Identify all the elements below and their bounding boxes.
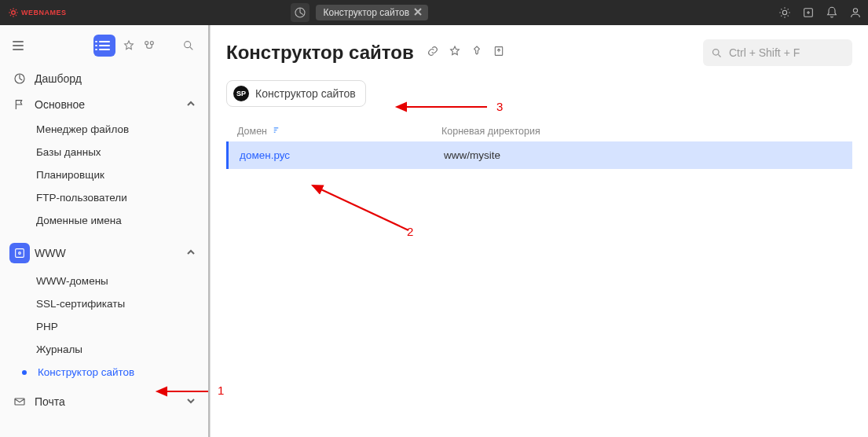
chip-label: Конструктор сайтов [255,87,356,100]
nav-dashboard[interactable]: Дашборд [6,66,202,91]
nav-section-label: WWW [35,247,66,259]
topbar: WEBNAMES Конструктор сайтов [0,0,868,25]
nav-item-ssl[interactable]: SSL-сертификаты [30,292,202,315]
export-icon[interactable] [493,45,505,61]
tab-active[interactable]: Конструктор сайтов [316,5,429,20]
col-domain[interactable]: Домен [237,126,441,137]
search-icon[interactable] [181,39,196,53]
user-icon[interactable] [849,6,862,19]
gear-icon [8,7,19,18]
col-root[interactable]: Корневая директория [441,126,841,137]
nav-item-ftp[interactable]: FTP-пользователи [30,186,202,209]
chip-badge: SP [233,86,249,101]
svg-point-7 [185,42,191,48]
nav-section-mail[interactable]: Почта [6,388,202,415]
builder-chip[interactable]: SP Конструктор сайтов [226,80,366,107]
search-input[interactable]: Ctrl + Shift + F [703,39,852,66]
nav-item-databases[interactable]: Базы данных [30,141,202,163]
page-header: Конструктор сайтов Ctrl + Shift + F [226,39,852,66]
sidebar-toolbar [0,25,208,66]
svg-point-2 [782,10,786,14]
flag-icon [13,97,27,112]
svg-point-13 [713,49,720,55]
domain-table: Домен Корневая директория домен.рус www/… [226,121,852,169]
hamburger-icon[interactable] [13,41,28,50]
www-icon [9,243,30,263]
nav-label: Дашборд [35,72,82,85]
topbar-right [778,6,862,19]
svg-rect-9 [16,249,24,258]
tab-area: Конструктор сайтов [291,3,429,22]
nav-main-items: Менеджер файлов Базы данных Планировщик … [6,118,202,232]
star-icon[interactable] [122,39,136,53]
chevron-up-icon [186,247,196,259]
sort-icon [272,126,280,137]
nav-item-wwwdomains[interactable]: WWW-домены [30,270,202,292]
cell-domain[interactable]: домен.рус [240,149,444,161]
close-icon[interactable] [414,7,422,18]
main: Конструктор сайтов Ctrl + Shift + F SP К… [211,25,868,437]
nav-item-logs[interactable]: Журналы [30,338,202,361]
nav: Дашборд Основное Менеджер файлов Базы да… [0,66,208,415]
table-header: Домен Корневая директория [226,121,852,141]
theme-icon[interactable] [778,6,791,19]
search-icon [711,47,723,59]
dashboard-icon [13,72,27,86]
nav-www-items: WWW-домены SSL-сертификаты PHP Журналы К… [6,270,202,384]
table-row[interactable]: домен.рус www/mysite [226,141,852,169]
link-icon[interactable] [427,45,439,61]
tab-label: Конструктор сайтов [324,7,410,18]
search-placeholder: Ctrl + Shift + F [729,46,800,59]
svg-point-10 [19,252,21,255]
page-title: Конструктор сайтов [226,42,414,64]
star-icon[interactable] [449,45,461,61]
nav-section-www[interactable]: WWW [6,237,202,270]
nav-item-filemanager[interactable]: Менеджер файлов [30,118,202,141]
add-panel-icon[interactable] [802,6,815,19]
nav-section-label: Почта [35,395,65,408]
ops-icon[interactable] [142,39,156,53]
svg-point-0 [12,11,16,15]
active-bullet-icon [22,370,27,375]
list-view-button[interactable] [93,35,115,57]
chevron-up-icon [186,98,196,111]
bell-icon[interactable] [826,6,838,19]
nav-item-scheduler[interactable]: Планировщик [30,163,202,186]
brand-name: WEBNAMES [21,9,67,17]
svg-point-4 [853,9,857,13]
svg-point-5 [145,42,148,45]
pin-icon[interactable] [471,45,483,61]
mail-icon [13,395,27,409]
chevron-down-icon [186,395,196,408]
cell-root: www/mysite [444,149,841,161]
svg-point-6 [150,42,153,45]
nav-item-domains[interactable]: Доменные имена [30,209,202,232]
brand-logo: WEBNAMES [8,7,67,18]
nav-section-label: Основное [35,98,85,111]
nav-section-main[interactable]: Основное [6,91,202,118]
nav-item-sitebuilder[interactable]: Конструктор сайтов [14,361,202,384]
sidebar: Дашборд Основное Менеджер файлов Базы да… [0,25,211,437]
tab-stats-icon[interactable] [291,3,309,22]
nav-item-php[interactable]: PHP [30,315,202,338]
